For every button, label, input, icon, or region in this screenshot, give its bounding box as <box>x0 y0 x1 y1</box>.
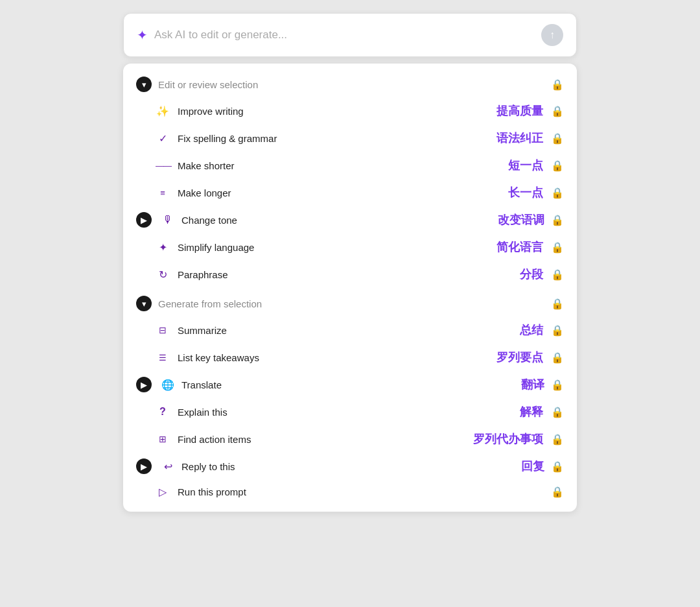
simplify-language-label: Simplify language <box>178 242 485 253</box>
menu-item-find-action-items[interactable]: ⊞ Find action items 罗列代办事项 🔒 <box>123 425 577 453</box>
reply-arrow-icon: ↩ <box>161 460 175 473</box>
menu-item-make-longer[interactable]: ≡ Make longer 长一点 🔒 <box>123 179 577 206</box>
explain-icon: ? <box>156 406 170 418</box>
section-label-edit-review: Edit or review selection <box>158 79 544 90</box>
main-container: ✦ Ask AI to edit or generate... ↑ ▾ Edit… <box>123 13 577 512</box>
menu-item-explain-this[interactable]: ? Explain this 解释 🔒 <box>123 398 577 425</box>
paraphrase-label: Paraphrase <box>178 269 508 280</box>
menu-item-simplify-language[interactable]: ✦ Simplify language 简化语言 🔒 <box>123 233 577 261</box>
find-action-items-icon: ⊞ <box>156 434 170 444</box>
make-shorter-icon: —— <box>156 161 170 171</box>
change-tone-mic-icon: 🎙 <box>161 214 175 226</box>
find-action-items-label-cn: 罗列代办事项 <box>473 431 543 447</box>
explain-this-label: Explain this <box>178 407 508 418</box>
run-prompt-icon: ▷ <box>156 486 170 498</box>
send-button[interactable]: ↑ <box>541 24 563 46</box>
list-takeaways-icon: ☰ <box>156 353 170 363</box>
make-longer-lock: 🔒 <box>551 187 564 199</box>
summarize-icon: ⊟ <box>156 325 170 335</box>
paraphrase-lock: 🔒 <box>551 268 564 281</box>
translate-globe-icon: 🌐 <box>161 379 175 391</box>
make-longer-label-cn: 长一点 <box>508 185 543 200</box>
run-prompt-label: Run this prompt <box>178 486 543 497</box>
improve-writing-icon: ✨ <box>156 105 170 117</box>
menu-item-change-tone[interactable]: ▶ 🎙 Change tone 改变语调 🔒 <box>123 206 577 233</box>
menu-item-list-takeaways[interactable]: ☰ List key takeaways 罗列要点 🔒 <box>123 344 577 371</box>
translate-label-cn: 翻译 <box>521 377 544 392</box>
fix-spelling-lock: 🔒 <box>551 132 564 145</box>
section-collapse-icon-edit: ▾ <box>136 77 152 92</box>
reply-to-this-label-cn: 回复 <box>521 458 544 474</box>
translate-lock: 🔒 <box>551 379 564 391</box>
improve-writing-lock: 🔒 <box>551 105 564 117</box>
section-collapse-icon-generate: ▾ <box>136 296 152 311</box>
reply-expand-icon: ▶ <box>136 458 152 474</box>
improve-writing-label: Improve writing <box>178 106 485 117</box>
search-left: ✦ Ask AI to edit or generate... <box>137 27 541 43</box>
make-shorter-label-cn: 短一点 <box>508 158 543 173</box>
make-longer-icon: ≡ <box>156 188 170 198</box>
paraphrase-icon: ↻ <box>156 268 170 281</box>
reply-to-this-lock: 🔒 <box>551 460 564 473</box>
paraphrase-label-cn: 分段 <box>520 267 543 282</box>
summarize-label-cn: 总结 <box>520 322 543 338</box>
ai-sparkle-icon: ✦ <box>137 27 148 43</box>
send-icon: ↑ <box>550 29 555 41</box>
translate-expand-icon: ▶ <box>136 377 152 392</box>
find-action-items-label: Find action items <box>178 434 461 445</box>
run-prompt-lock: 🔒 <box>551 486 564 498</box>
explain-this-lock: 🔒 <box>551 406 564 418</box>
menu-item-translate[interactable]: ▶ 🌐 Translate 翻译 🔒 <box>123 371 577 398</box>
fix-spelling-label-cn: 语法纠正 <box>496 130 543 146</box>
list-takeaways-label: List key takeaways <box>178 352 485 363</box>
make-longer-label: Make longer <box>178 187 496 198</box>
explain-this-label-cn: 解释 <box>520 404 543 420</box>
menu-item-make-shorter[interactable]: —— Make shorter 短一点 🔒 <box>123 152 577 179</box>
menu-item-paraphrase[interactable]: ↻ Paraphrase 分段 🔒 <box>123 261 577 288</box>
improve-writing-label-cn: 提高质量 <box>496 103 543 119</box>
summarize-lock: 🔒 <box>551 324 564 337</box>
make-shorter-lock: 🔒 <box>551 160 564 172</box>
section-header-edit-review[interactable]: ▾ Edit or review selection 🔒 <box>123 71 577 97</box>
section-lock-edit: 🔒 <box>551 78 564 91</box>
menu-item-summarize[interactable]: ⊟ Summarize 总结 🔒 <box>123 316 577 344</box>
find-action-items-lock: 🔒 <box>551 433 564 446</box>
change-tone-lock: 🔒 <box>551 214 564 226</box>
reply-to-this-label: Reply to this <box>181 461 511 472</box>
menu-item-reply-to-this[interactable]: ▶ ↩ Reply to this 回复 🔒 <box>123 453 577 480</box>
change-tone-label: Change tone <box>181 215 487 226</box>
search-placeholder: Ask AI to edit or generate... <box>154 29 287 42</box>
fix-spelling-label: Fix spelling & grammar <box>178 133 485 144</box>
simplify-language-label-cn: 简化语言 <box>496 239 543 255</box>
list-takeaways-label-cn: 罗列要点 <box>496 350 543 365</box>
section-label-generate: Generate from selection <box>158 298 544 309</box>
menu-item-improve-writing[interactable]: ✨ Improve writing 提高质量 🔒 <box>123 97 577 125</box>
make-shorter-label: Make shorter <box>178 160 496 171</box>
menu-item-run-prompt[interactable]: ▷ Run this prompt 🔒 <box>123 480 577 504</box>
change-tone-expand-icon: ▶ <box>136 212 152 228</box>
section-header-generate[interactable]: ▾ Generate from selection 🔒 <box>123 291 577 316</box>
menu-panel: ▾ Edit or review selection 🔒 ✨ Improve w… <box>123 64 577 512</box>
translate-label: Translate <box>181 379 511 390</box>
fix-spelling-icon: ✓ <box>156 132 170 145</box>
search-bar: ✦ Ask AI to edit or generate... ↑ <box>123 13 577 57</box>
change-tone-label-cn: 改变语调 <box>498 212 544 228</box>
simplify-language-icon: ✦ <box>156 241 170 254</box>
section-lock-generate: 🔒 <box>551 298 564 310</box>
menu-item-fix-spelling[interactable]: ✓ Fix spelling & grammar 语法纠正 🔒 <box>123 125 577 152</box>
list-takeaways-lock: 🔒 <box>551 351 564 364</box>
summarize-label: Summarize <box>178 325 508 336</box>
simplify-language-lock: 🔒 <box>551 241 564 254</box>
